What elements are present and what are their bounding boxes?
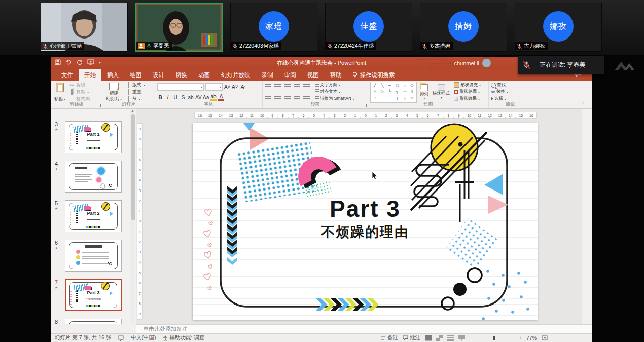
justify-icon[interactable]	[294, 95, 300, 100]
comments-toggle[interactable]: 批注	[403, 334, 420, 341]
bullets-icon[interactable]	[265, 84, 271, 89]
tab-文件[interactable]: 文件	[56, 69, 79, 81]
strikethrough-icon[interactable]: ab	[188, 95, 194, 100]
zoom-in-icon[interactable]: +	[519, 335, 522, 341]
speaking-banner-label: 正在讲话: 李春美	[540, 61, 586, 69]
layout-button[interactable]: 版式▾	[125, 82, 145, 88]
font-color-icon[interactable]: A	[218, 94, 224, 101]
participant-tile[interactable]: 佳盛27220424牛佳盛	[325, 3, 412, 52]
font-name-combo[interactable]: ▾	[157, 83, 204, 91]
current-slide[interactable]: Part 3 不烦躁的理由	[193, 123, 538, 320]
line-spacing-icon[interactable]	[303, 84, 310, 89]
align-right-icon[interactable]	[284, 95, 291, 100]
shrink-font-icon[interactable]: A˅	[232, 84, 238, 90]
normal-view-icon[interactable]	[425, 335, 432, 341]
columns-icon[interactable]	[303, 95, 310, 100]
align-text-button[interactable]: 对齐文本▾	[315, 89, 354, 95]
muted-mic-icon	[43, 44, 48, 49]
underline-icon[interactable]: U	[172, 95, 178, 100]
bold-icon[interactable]: B	[157, 95, 163, 100]
tab-开始[interactable]: 开始	[79, 69, 101, 81]
paste-button[interactable]: 粘贴▾	[53, 82, 67, 102]
new-slide-button[interactable]: 新建幻灯片▾	[104, 82, 123, 102]
scroll-up-icon[interactable]: ▲	[131, 109, 134, 112]
tab-帮助[interactable]: 帮助	[325, 69, 347, 81]
tab-审阅[interactable]: 审阅	[279, 69, 302, 81]
cut-button[interactable]: ✂剪切	[69, 82, 90, 88]
slide-sorter-view-icon[interactable]	[436, 335, 443, 341]
thumbnail-scrollbar[interactable]: ▲	[130, 109, 135, 324]
text-direction-button[interactable]: 文字方向▾	[315, 82, 354, 88]
scrollbar-thumb[interactable]	[131, 114, 135, 220]
slideshow-view-icon[interactable]	[458, 335, 465, 341]
accessibility-status[interactable]: 辅助功能: 调查	[163, 334, 204, 341]
highlight-color-icon[interactable]: ab	[210, 94, 217, 101]
slide-thumbnail-4[interactable]	[65, 161, 122, 193]
tab-视图[interactable]: 视图	[302, 69, 325, 81]
animation-star-icon: ★	[55, 207, 63, 211]
spell-check-icon[interactable]	[118, 335, 124, 341]
slide-title[interactable]: Part 3	[193, 195, 538, 222]
shape-fill-button[interactable]: 形状填充▾	[454, 82, 481, 88]
tell-me-search[interactable]: 操作说明搜索	[347, 69, 400, 81]
slide-thumbnail-7[interactable]: Part 3不烦躁的理由	[65, 279, 122, 311]
fit-to-window-icon[interactable]	[542, 335, 548, 340]
tab-录制[interactable]: 录制	[256, 69, 279, 81]
copy-button[interactable]: 复制▾	[69, 89, 90, 95]
slide-thumbnail-6[interactable]	[65, 240, 122, 272]
account-avatar[interactable]	[482, 59, 491, 67]
numbering-icon[interactable]	[274, 84, 281, 89]
tab-切换[interactable]: 切换	[170, 69, 193, 81]
grow-font-icon[interactable]: A˄	[224, 84, 230, 90]
language-indicator[interactable]: 中文(中国)	[131, 334, 156, 341]
character-spacing-icon[interactable]: AV	[195, 95, 201, 100]
arrange-button[interactable]: 排列▾	[419, 84, 430, 100]
align-left-icon[interactable]	[265, 95, 271, 100]
text-shadow-icon[interactable]: S	[180, 95, 186, 100]
slide-thumbnail-3[interactable]: Part 1	[65, 121, 122, 153]
reading-view-icon[interactable]	[447, 335, 454, 341]
zoom-out-icon[interactable]: −	[470, 335, 473, 341]
meeting-app-logo	[612, 57, 640, 75]
shape-gallery[interactable]: ╱╲─□○◇ △▷└┐⇒⇓ ◌~⌒{}☆	[370, 82, 417, 103]
drawing-dialog-launcher[interactable]	[484, 104, 487, 107]
participant-tile[interactable]: 李春美	[135, 3, 223, 52]
slide-thumbnail-5[interactable]: Part 2	[65, 200, 122, 232]
tab-插入[interactable]: 插入	[101, 69, 124, 81]
notes-toggle[interactable]: 备注	[381, 334, 398, 341]
increase-indent-icon[interactable]	[294, 84, 300, 89]
decrease-indent-icon[interactable]	[284, 84, 291, 89]
zoom-slider[interactable]	[478, 335, 514, 341]
clipboard-dialog-launcher[interactable]	[98, 104, 101, 107]
paragraph-dialog-launcher[interactable]	[364, 104, 367, 107]
slide-subtitle[interactable]: 不烦躁的理由	[193, 223, 538, 241]
align-center-icon[interactable]	[274, 95, 281, 100]
editing-group-label: 编辑	[489, 101, 531, 108]
animation-star-icon: ★	[55, 286, 63, 290]
participant-tile[interactable]: 心理部丁雪涵	[41, 3, 128, 52]
slide-thumbnail-8[interactable]	[65, 319, 122, 324]
change-case-icon[interactable]: Aa	[203, 95, 209, 100]
notes-pane[interactable]: 单击此处添加备注	[136, 324, 592, 333]
clear-formatting-icon[interactable]: A̷	[239, 84, 245, 90]
tab-设计[interactable]: 设计	[147, 69, 170, 81]
participant-tile[interactable]: 娜孜古力娜孜	[515, 3, 602, 52]
shape-outline-button[interactable]: 形状轮廓▾	[454, 89, 481, 95]
reset-button[interactable]: 重置	[125, 89, 145, 95]
font-dialog-launcher[interactable]	[258, 104, 261, 107]
tab-幻灯片放映[interactable]: 幻灯片放映	[216, 69, 256, 81]
editing-group: 查找 ab替换▾ 选择▾ 编辑	[489, 81, 531, 108]
font-size-combo[interactable]: ▾	[205, 83, 223, 91]
italic-icon[interactable]: I	[165, 95, 171, 100]
tab-绘图[interactable]: 绘图	[124, 69, 147, 81]
collapse-ribbon-icon[interactable]: ⌃	[581, 102, 585, 106]
find-button[interactable]: 查找	[491, 82, 529, 88]
participant-tile[interactable]: 措姆多杰措姆	[420, 3, 507, 52]
thumbnail-row-slide-8: 8★	[51, 319, 130, 324]
tab-动画[interactable]: 动画	[193, 69, 216, 81]
participant-tile[interactable]: 家瑶27220403何家瑶	[230, 3, 317, 52]
zoom-level[interactable]: 77%	[526, 335, 537, 341]
quick-styles-button[interactable]: 快速样式▾	[432, 84, 451, 99]
account-area[interactable]: chunmei li	[454, 57, 491, 69]
replace-button[interactable]: ab替换▾	[491, 89, 529, 95]
